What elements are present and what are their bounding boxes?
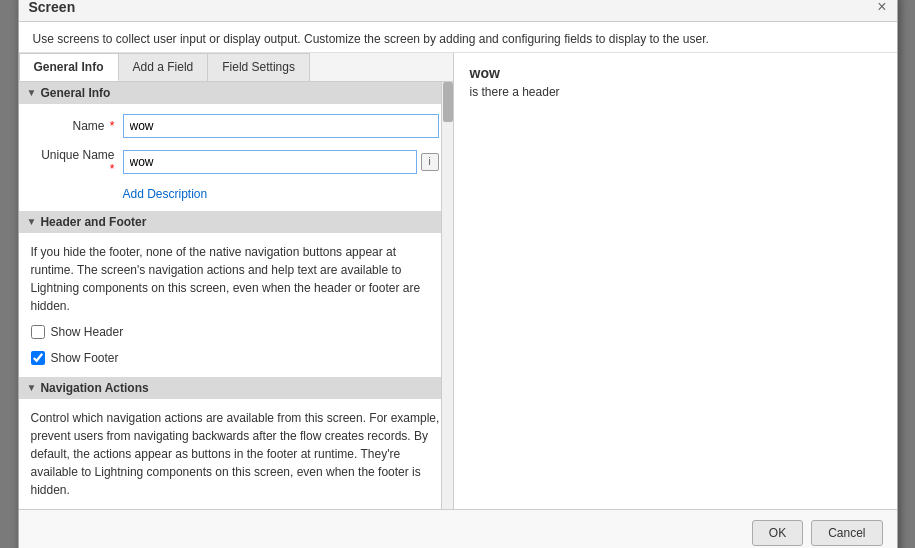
show-footer-checkbox[interactable] <box>31 351 45 365</box>
name-label: Name * <box>33 119 123 133</box>
ok-button[interactable]: OK <box>752 520 803 546</box>
show-footer-row: Show Footer <box>31 349 441 367</box>
header-footer-section-header: ▼ Header and Footer <box>19 211 453 233</box>
unique-name-label: Unique Name * <box>33 148 123 176</box>
general-info-section-body: Name * Unique Name * i Ad <box>19 104 453 211</box>
scroll-thumb[interactable] <box>443 82 453 122</box>
name-input[interactable] <box>123 114 439 138</box>
right-panel: wow is there a header <box>454 53 897 509</box>
screen-dialog: Screen × Use screens to collect user inp… <box>18 0 898 548</box>
collapse-triangle-general[interactable]: ▼ <box>27 87 37 98</box>
form-scroll-area: ▼ General Info Name * Unique Name <box>19 82 453 509</box>
add-description-link[interactable]: Add Description <box>123 187 208 201</box>
preview-header-label: is there a header <box>470 85 881 99</box>
dialog-description: Use screens to collect user input or dis… <box>19 22 897 53</box>
general-info-section-header: ▼ General Info <box>19 82 453 104</box>
dialog-titlebar: Screen × <box>19 0 897 22</box>
dialog-footer: OK Cancel <box>19 509 897 549</box>
add-description-row: Add Description <box>33 186 439 201</box>
dialog-title: Screen <box>29 0 76 15</box>
scroll-track[interactable] <box>441 82 453 509</box>
show-header-checkbox[interactable] <box>31 325 45 339</box>
navigation-actions-section-header: ▼ Navigation Actions <box>19 377 453 399</box>
tab-add-a-field[interactable]: Add a Field <box>118 53 209 81</box>
name-row: Name * <box>33 114 439 138</box>
collapse-triangle-nav-actions[interactable]: ▼ <box>27 382 37 393</box>
unique-name-required-star: * <box>110 162 115 176</box>
dialog-body: General Info Add a Field Field Settings … <box>19 53 897 509</box>
show-header-row: Show Header <box>31 323 441 341</box>
header-footer-section-body: If you hide the footer, none of the nati… <box>19 233 453 377</box>
tab-general-info[interactable]: General Info <box>19 53 119 81</box>
left-panel: General Info Add a Field Field Settings … <box>19 53 454 509</box>
show-header-label: Show Header <box>51 323 124 341</box>
preview-name: wow <box>470 65 881 81</box>
collapse-triangle-header-footer[interactable]: ▼ <box>27 216 37 227</box>
info-icon-button[interactable]: i <box>421 153 439 171</box>
tab-field-settings[interactable]: Field Settings <box>207 53 310 81</box>
unique-name-input[interactable] <box>123 150 417 174</box>
unique-name-row: Unique Name * i <box>33 148 439 176</box>
tabs: General Info Add a Field Field Settings <box>19 53 453 82</box>
cancel-button[interactable]: Cancel <box>811 520 882 546</box>
show-footer-label: Show Footer <box>51 349 119 367</box>
close-button[interactable]: × <box>877 0 886 15</box>
navigation-actions-section-body: Control which navigation actions are ava… <box>19 399 453 509</box>
name-required-star: * <box>110 119 115 133</box>
